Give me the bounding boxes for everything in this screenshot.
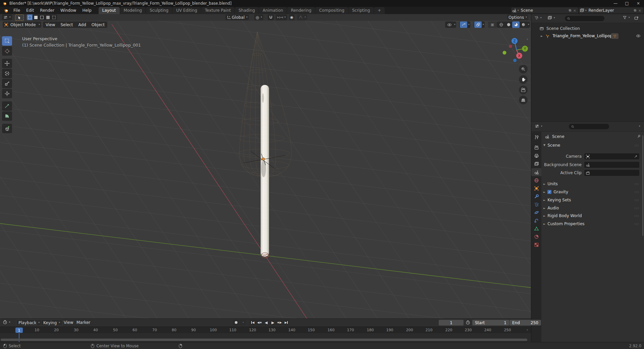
tab-shading[interactable]: Shading — [235, 7, 259, 14]
next-keyframe-button[interactable]: ◆▶ — [276, 320, 283, 325]
tab-rendering[interactable]: Rendering — [287, 7, 315, 14]
transform-orientation-dropdown[interactable]: Global▾ — [225, 14, 249, 20]
eyedropper-icon[interactable] — [634, 154, 638, 158]
properties-search-input[interactable] — [569, 124, 609, 129]
jump-to-end-button[interactable]: ▶ — [283, 320, 289, 325]
use-preview-range-icon[interactable] — [466, 320, 470, 325]
rigid-body-panel-header[interactable]: ►Rigid Body World — [543, 213, 582, 218]
tab-tool[interactable] — [531, 133, 541, 141]
tab-texture[interactable] — [531, 241, 541, 249]
active-tool-dropdown[interactable]: ▾ — [2, 14, 12, 20]
playback-dropdown[interactable]: Playback▾ — [16, 319, 42, 326]
mode-selector[interactable]: Object Mode ▾ — [3, 21, 41, 28]
tab-object-data[interactable] — [531, 225, 541, 233]
menu-edit[interactable]: Edit — [23, 7, 37, 14]
play-button[interactable]: ▶ — [270, 320, 276, 325]
timeline-ruler[interactable]: 10 20 30 40 50 60 70 80 90 100 110 120 1… — [0, 327, 531, 334]
properties-scrollbar[interactable] — [642, 135, 643, 236]
properties-editor-type-dropdown[interactable]: ▾ — [535, 124, 542, 129]
viewport-3d[interactable]: Object Mode ▾ View Select Add Object ▾ ▾… — [0, 21, 531, 318]
properties-options-dropdown[interactable]: ▾ — [639, 125, 640, 128]
tab-render[interactable] — [531, 143, 541, 151]
start-frame-field[interactable]: Start1 — [472, 320, 509, 326]
playhead-chip[interactable]: 1 — [15, 328, 23, 333]
active-tool-icon[interactable] — [15, 14, 24, 21]
tab-particles[interactable] — [531, 200, 541, 208]
render-layer-selector[interactable]: ▾ RenderLayer ⧉ × — [579, 7, 643, 13]
unlink-scene-icon[interactable]: × — [572, 8, 578, 13]
snap-toggle[interactable] — [268, 14, 274, 20]
duplicate-scene-icon[interactable]: ⧉ — [568, 8, 572, 12]
maximize-button[interactable]: □ — [621, 0, 633, 7]
shading-wireframe-button[interactable] — [497, 21, 505, 28]
menu-window[interactable]: Window — [57, 7, 79, 14]
keying-sets-panel-header[interactable]: ►Keying Sets — [543, 198, 571, 202]
camera-view-button[interactable] — [519, 86, 528, 94]
tool-measure[interactable] — [2, 111, 12, 121]
auto-keyframe-toggle[interactable] — [233, 320, 239, 325]
outliner-search-input[interactable] — [565, 16, 604, 21]
outliner-filter-id-dropdown[interactable]: ▾ — [547, 15, 555, 20]
tab-modifiers[interactable] — [531, 192, 541, 200]
timeline-menu-view[interactable]: View — [64, 320, 73, 325]
minimize-button[interactable]: — — [610, 0, 621, 7]
timeline-editor-type-dropdown[interactable]: ▾ — [3, 320, 10, 325]
tool-scale[interactable] — [2, 79, 12, 88]
menu-render[interactable]: Render — [37, 7, 57, 14]
current-frame-field[interactable]: 1 — [439, 320, 464, 326]
tab-layout[interactable]: Layout — [99, 7, 120, 14]
menu-help[interactable]: Help — [79, 7, 94, 14]
viewport-menu-select[interactable]: Select — [58, 22, 75, 27]
tab-scripting[interactable]: Scripting — [348, 7, 374, 14]
tool-add-cube[interactable] — [2, 124, 12, 133]
add-workspace-button[interactable]: + — [374, 7, 385, 14]
scene-panel-header[interactable]: ▼Scene — [543, 143, 560, 148]
panel-drag-dots[interactable]: ∷∷ — [635, 222, 639, 226]
remove-layer-icon[interactable]: × — [637, 8, 643, 13]
outliner-row-object[interactable]: ► Triangle_Form_Yellow_Lollipop ▽ — [531, 32, 644, 40]
audio-panel-header[interactable]: ►Audio — [543, 206, 559, 210]
tab-modeling[interactable]: Modeling — [120, 7, 146, 14]
tab-texture-paint[interactable]: Texture Paint — [201, 7, 234, 14]
zoom-button[interactable]: + — [519, 65, 528, 73]
select-mode-new[interactable] — [27, 14, 33, 20]
hide-eye-icon[interactable] — [636, 34, 641, 38]
custom-properties-panel-header[interactable]: ►Custom Properties — [543, 221, 585, 226]
tool-transform[interactable] — [2, 89, 12, 98]
close-button[interactable]: × — [633, 0, 644, 7]
active-clip-field[interactable] — [584, 170, 639, 176]
outliner-filter-dropdown[interactable]: ▾ — [623, 15, 630, 20]
panel-drag-dots[interactable]: ∷∷ — [635, 144, 639, 147]
tab-physics[interactable] — [531, 208, 541, 216]
select-mode-subtract[interactable] — [39, 14, 45, 20]
panel-drag-dots[interactable]: ∷∷ — [635, 191, 639, 194]
tool-move[interactable] — [2, 59, 12, 68]
timeline-scrollbar[interactable] — [1, 339, 527, 341]
tab-material[interactable] — [531, 233, 541, 241]
jump-to-start-button[interactable]: ◀ — [250, 320, 256, 325]
viewport-menu-add[interactable]: Add — [76, 22, 89, 27]
tab-uv-editing[interactable]: UV Editing — [172, 7, 201, 14]
camera-field[interactable] — [584, 153, 639, 159]
select-mode-intersect[interactable] — [51, 14, 57, 20]
new-collection-button[interactable] — [634, 15, 639, 20]
pivot-point-dropdown[interactable]: ◎▾ — [254, 14, 263, 20]
keying-dropdown[interactable]: Keying▾ — [41, 319, 62, 326]
gizmos-toggle[interactable]: ▾ — [459, 21, 470, 28]
shading-material-button[interactable] — [512, 21, 520, 28]
timeline-menu-marker[interactable]: Marker — [76, 320, 90, 325]
gravity-panel-header[interactable]: ► ✓ Gravity — [543, 190, 568, 194]
units-panel-header[interactable]: ►Units — [543, 182, 558, 186]
timeline-track-area[interactable] — [0, 333, 531, 342]
options-dropdown[interactable]: Options▾ — [507, 14, 528, 20]
viewport-menu-object[interactable]: Object — [89, 22, 107, 27]
play-reverse-button[interactable]: ◀ — [263, 320, 269, 325]
navigation-gizmo[interactable]: Z Y X — [500, 36, 533, 69]
auto-key-options-dropdown[interactable]: ▾ — [239, 320, 246, 325]
expand-icon[interactable]: ► — [541, 35, 543, 38]
scene-name[interactable]: Scene — [519, 8, 568, 13]
blender-menu-icon[interactable] — [3, 8, 8, 13]
select-mode-invert[interactable] — [45, 14, 51, 20]
tab-constraints[interactable] — [531, 216, 541, 225]
panel-drag-dots[interactable]: ∷∷ — [635, 183, 639, 186]
